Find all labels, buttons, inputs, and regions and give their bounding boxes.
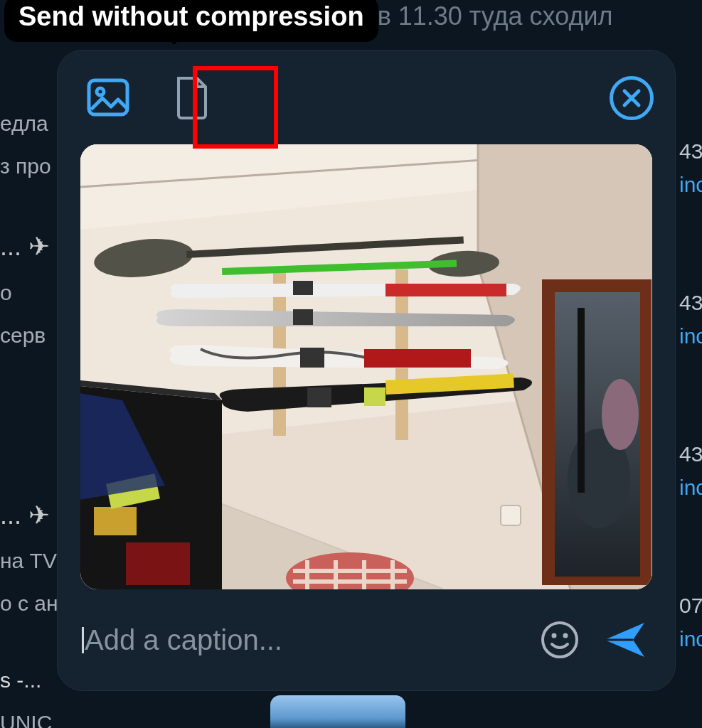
svg-point-11 bbox=[602, 379, 639, 450]
svg-rect-13 bbox=[501, 505, 521, 525]
send-button[interactable] bbox=[602, 617, 648, 663]
chat-list-fragment: ... ✈ bbox=[0, 495, 57, 536]
modal-header bbox=[58, 50, 675, 144]
svg-point-35 bbox=[543, 623, 577, 657]
svg-rect-12 bbox=[578, 308, 585, 493]
link-fragment: inc bbox=[679, 623, 702, 656]
svg-rect-17 bbox=[94, 507, 137, 535]
svg-rect-0 bbox=[89, 80, 127, 114]
svg-point-36 bbox=[552, 633, 557, 638]
photo-icon bbox=[87, 78, 129, 117]
svg-rect-28 bbox=[364, 349, 471, 368]
time-fragment: 43 bbox=[679, 438, 702, 471]
svg-rect-27 bbox=[385, 284, 506, 296]
send-as-photo-button[interactable] bbox=[83, 73, 133, 122]
preview-image bbox=[80, 144, 652, 589]
thumbnail-strip-peek[interactable] bbox=[270, 695, 405, 728]
time-fragment: 43 bbox=[679, 135, 702, 168]
attachment-preview[interactable] bbox=[80, 144, 652, 589]
send-media-modal: Add a caption... bbox=[57, 50, 676, 691]
sidebar-fragments: едла з про ... ✈ о серв ... ✈ на TV о с … bbox=[0, 107, 57, 728]
send-as-file-button[interactable] bbox=[167, 73, 217, 122]
chat-list-fragment: о bbox=[0, 276, 57, 310]
send-icon bbox=[603, 620, 647, 660]
link-fragment: inc bbox=[679, 168, 702, 202]
svg-rect-18 bbox=[126, 542, 190, 585]
emoji-icon bbox=[540, 620, 580, 660]
chat-list-fragment: серв bbox=[0, 318, 57, 353]
chat-list-fragment: ... ✈ bbox=[0, 226, 57, 267]
chat-list-fragment: з про bbox=[0, 149, 57, 183]
svg-rect-33 bbox=[307, 387, 331, 407]
svg-rect-34 bbox=[364, 387, 385, 406]
message-fragment: цё в 11.30 туда сходил bbox=[341, 1, 613, 31]
tooltip-text: Send without compression bbox=[18, 1, 364, 31]
chat-list-fragment: s -... bbox=[0, 663, 57, 697]
link-fragment: inc bbox=[679, 471, 702, 505]
tooltip-send-without-compression: Send without compression bbox=[4, 0, 378, 42]
link-fragment: inc bbox=[679, 320, 702, 353]
caption-row: Add a caption... bbox=[58, 589, 675, 690]
close-button[interactable] bbox=[610, 76, 654, 120]
chat-list-fragment: на TV bbox=[0, 544, 57, 578]
timestamps-fragments: 43 inc 43 inc 43 inc 07 inc bbox=[679, 135, 702, 655]
svg-rect-31 bbox=[293, 309, 313, 325]
caption-input[interactable]: Add a caption... bbox=[85, 624, 517, 656]
chat-list-fragment: о с ан bbox=[0, 587, 57, 621]
time-fragment: 07 bbox=[679, 589, 702, 623]
document-icon bbox=[174, 75, 210, 119]
chat-list-fragment: UNIC bbox=[0, 706, 57, 728]
svg-rect-32 bbox=[300, 348, 324, 368]
emoji-button[interactable] bbox=[537, 617, 583, 663]
time-fragment: 43 bbox=[679, 287, 702, 320]
svg-point-1 bbox=[97, 88, 104, 95]
svg-rect-30 bbox=[293, 281, 313, 295]
svg-point-37 bbox=[563, 633, 568, 638]
close-icon bbox=[621, 87, 642, 109]
chat-list-fragment: едла bbox=[0, 107, 57, 141]
